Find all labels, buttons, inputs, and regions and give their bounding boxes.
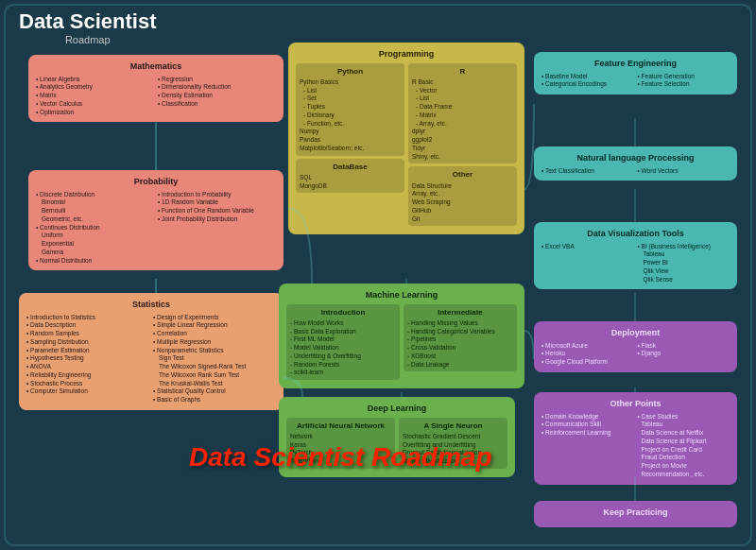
other-col1: • Domain Knowledge • Communication Skill… — [541, 413, 634, 479]
math-col1: • Linear Algebra • Analytics Geometry • … — [36, 76, 154, 117]
statistics-title: Statistics — [26, 299, 276, 311]
nlp-col2: • Word Vectors — [638, 167, 730, 176]
prog-r: R R Basic - Vector - List - Data Frame -… — [408, 63, 517, 230]
other-prog-section: Other Data Structure Array, etc. Web Scr… — [408, 166, 517, 226]
nlp-box: Natural language Processing • Text Class… — [534, 146, 737, 180]
prob-col1: • Discrete Distribution Binomial Bernoul… — [36, 191, 154, 266]
big-red-text: Data Scientist Roadmap — [189, 442, 492, 473]
mathematics-title: Mathematics — [36, 60, 276, 73]
feature-engineering-title: Feature Engineering — [541, 58, 730, 70]
probability-title: Probability — [36, 176, 276, 188]
page-subtitle: Roadmap — [19, 34, 157, 45]
data-viz-title: Data Visualization Tools — [541, 228, 730, 240]
prob-col2: • Introduction to Probability • 1D Rando… — [158, 191, 276, 266]
title-area: Data Scientist Roadmap — [19, 9, 157, 45]
feature-engineering-box: Feature Engineering • Baseline Model • C… — [534, 52, 737, 95]
python-section: Python Python Basics - List - Set - Tupl… — [296, 63, 404, 156]
programming-box: Programming Python Python Basics - List … — [288, 43, 524, 234]
nlp-col1: • Text Classification — [541, 167, 634, 176]
dl-title: Deep Learning — [286, 403, 507, 415]
ml-title: Machine Learning — [286, 289, 517, 301]
other-col2: • Case Studies Tableau Data Science at N… — [638, 413, 730, 479]
programming-title: Programming — [296, 48, 517, 60]
ml-intro: Introduction - How Model Works - Basic D… — [286, 304, 400, 384]
deployment-box: Deployment • Microsoft Azure • Heroku • … — [534, 321, 737, 372]
stats-col2: • Design of Experiments • Simple Linear … — [153, 314, 276, 404]
other-points-box: Other Points • Domain Knowledge • Commun… — [534, 392, 737, 485]
nlp-title: Natural language Processing — [541, 152, 730, 164]
statistics-box: Statistics • Introduction to Statistics … — [19, 293, 284, 410]
ml-box: Machine Learning Introduction - How Mode… — [279, 284, 524, 388]
deploy-col2: • Flask • Django — [638, 342, 730, 367]
keep-practicing-title: Keep Practicing — [541, 507, 730, 519]
fe-col1: • Baseline Model • Categorical Encodings — [541, 73, 634, 90]
other-points-title: Other Points — [541, 398, 730, 410]
fe-col2: • Feature Generation • Feature Selection — [638, 73, 730, 90]
prog-python: Python Python Basics - List - Set - Tupl… — [296, 63, 404, 230]
stats-col1: • Introduction to Statistics • Data Desc… — [26, 314, 149, 404]
dv-col1: • Excel VBA — [541, 243, 634, 284]
page-title: Data Scientist — [19, 9, 157, 34]
dv-col2: • BI (Business Intelligence) Tableau Pow… — [638, 243, 730, 284]
deployment-title: Deployment — [541, 327, 730, 339]
ml-intermediate: Intermediate - Handling Missing Values -… — [404, 304, 517, 384]
database-section: DataBase SQL MongoDB — [296, 159, 404, 194]
probability-box: Probability • Discrete Distribution Bino… — [28, 170, 284, 270]
math-col2: • Regression • Dimensionality Reduction … — [158, 76, 276, 117]
r-section: R R Basic - Vector - List - Data Frame -… — [408, 63, 517, 164]
data-viz-box: Data Visualization Tools • Excel VBA • B… — [534, 222, 737, 289]
keep-practicing-box: Keep Practicing — [534, 501, 737, 527]
mathematics-box: Mathematics • Linear Algebra • Analytics… — [28, 55, 284, 122]
deploy-col1: • Microsoft Azure • Heroku • Google Clou… — [541, 342, 634, 367]
